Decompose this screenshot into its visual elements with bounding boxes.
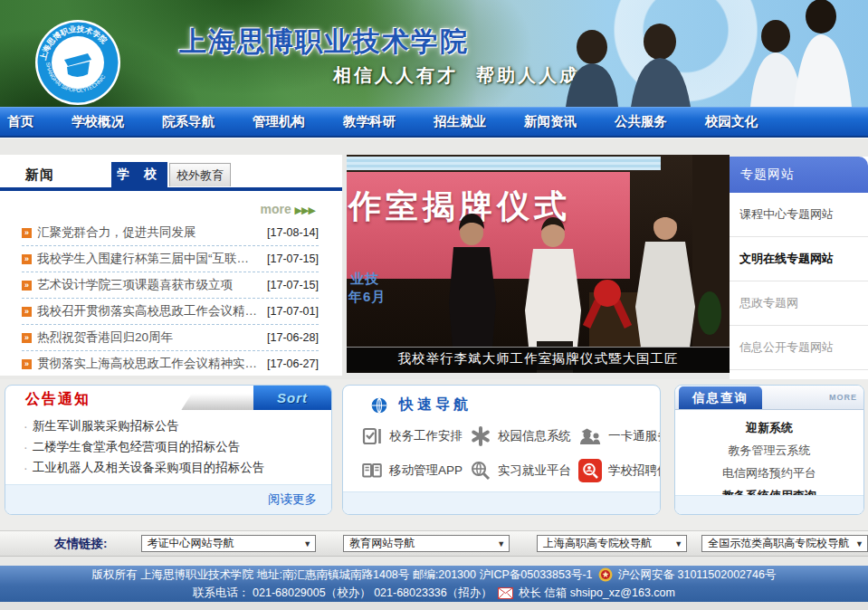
quicknav-campus-info-system[interactable]: 校园信息系统 — [470, 425, 578, 447]
page-title: 上海思博职业技术学院 — [179, 24, 469, 61]
friend-links-select-cert-centers[interactable]: 考证中心网站导航 ▼ — [141, 535, 317, 552]
tab-school-news[interactable]: 学 校 — [111, 162, 167, 187]
arrow-bullet-icon: » — [22, 307, 32, 317]
school-logo[interactable]: 上海思博职业技术学院 SHANGHAI SIPOPOLYTECHNIC — [34, 19, 121, 106]
news-list-item[interactable]: » 我校学生入围建行杯第三届中国“互联… [17-07-15] — [22, 246, 319, 272]
header-banner: 上海思博职业技术学院 SHANGHAI SIPOPOLYTECHNIC 上海思博… — [0, 0, 868, 107]
sidebar-item-ideology[interactable]: 思政专题网 — [730, 281, 868, 326]
sidebar-item-info-disclosure[interactable]: 信息公开专题网站 — [730, 326, 868, 370]
dropdown-arrow-icon: ▼ — [497, 539, 505, 548]
announcement-item[interactable]: · 工业机器人及相关设备采购项目的招标公告 — [24, 457, 331, 478]
news-section-label: 新闻 — [25, 167, 54, 184]
special-sites-sidebar: 专题网站 课程中心专题网站 文明在线专题网站 思政专题网 信息公开专题网站 — [730, 157, 868, 379]
nav-item-departments[interactable]: 院系导航 — [143, 113, 234, 130]
announcement-item[interactable]: · 新生军训服装采购招标公告 — [24, 415, 331, 436]
internship-globe-icon — [470, 460, 491, 481]
quick-nav-title: 快速导航 — [399, 396, 472, 415]
dropdown-arrow-icon: ▼ — [674, 539, 682, 548]
quicknav-onecard-service[interactable]: 一卡通服务 — [578, 425, 661, 447]
nav-item-administration[interactable]: 管理机构 — [234, 113, 324, 130]
globe-icon — [370, 396, 388, 415]
dropdown-arrow-icon: ▼ — [303, 539, 311, 548]
police-badge-icon — [598, 567, 613, 582]
friend-links-select-national-colleges[interactable]: 全国示范类高职高专院校导航 ▼ — [701, 535, 868, 552]
tab-offcampus-education[interactable]: 校外教育 — [169, 163, 231, 186]
copyright-text: 版权所有 上海思博职业技术学院 地址:南汇惠南镇城南路1408号 邮编:2013… — [92, 567, 593, 583]
sidebar-item-course-center[interactable]: 课程中心专题网站 — [730, 193, 868, 237]
friend-links-select-education-sites[interactable]: 教育网站导航 ▼ — [343, 535, 510, 552]
pre-footer-strip — [0, 557, 868, 566]
infoquery-academic-cloud[interactable]: 教务管理云系统 — [675, 439, 863, 462]
news-list-item[interactable]: » 我校召开贯彻落实高校思政工作会议精… [17-07-01] — [22, 299, 319, 325]
nav-item-teaching-research[interactable]: 教学科研 — [324, 113, 415, 130]
quicknav-internship-platform[interactable]: 实习就业平台 — [470, 459, 578, 482]
arrow-bullet-icon: » — [22, 281, 32, 291]
president-mailbox-text: 校长 信箱 shsipo_xz@163.com — [519, 586, 675, 601]
quick-nav-box: 快速导航 校务工作安排 校园信息系统 — [342, 385, 661, 515]
dot-bullet-icon: · — [24, 463, 28, 472]
students-photo-decoration — [488, 0, 868, 107]
onecard-people-icon — [578, 425, 602, 447]
read-more-link[interactable]: 阅读更多 — [268, 491, 317, 508]
ceremony-people-decoration — [347, 155, 730, 373]
photo-caption: 我校举行李斌大师工作室揭牌仪式暨大国工匠 — [347, 347, 730, 370]
sort-button[interactable]: Sort — [186, 386, 331, 410]
news-more-link[interactable]: more ▶▶▶ — [0, 191, 342, 220]
main-navigation: 首页 学校概况 院系导航 管理机构 教学科研 招生就业 新闻资讯 公共服务 校园… — [0, 107, 868, 138]
news-list-item[interactable]: » 艺术设计学院三项课题喜获市级立项 [17-07-15] — [22, 272, 319, 299]
nav-item-school-overview[interactable]: 学校概况 — [52, 113, 143, 130]
news-list-item[interactable]: » 热烈祝贺香港回归20周年 [17-06-28] — [22, 325, 319, 351]
middle-row: 公告通知 Sort · 新生军训服装采购招标公告 · 二楼学生食堂承包经营项目的… — [0, 379, 868, 530]
arrow-bullet-icon: » — [22, 333, 32, 343]
sidebar-item-civilization-online[interactable]: 文明在线专题网站 — [730, 237, 868, 281]
featured-news-photo[interactable]: 作室揭牌仪式 业技 年6月 我校举行李斌大师工作室揭牌仪式暨大国工匠 — [347, 155, 730, 373]
quicknav-school-work[interactable]: 校务工作安排 — [361, 425, 470, 447]
special-sites-header: 专题网站 — [730, 157, 868, 193]
nav-item-news[interactable]: 新闻资讯 — [505, 113, 596, 130]
recruitment-icon — [578, 459, 602, 482]
quicknav-mobile-app[interactable]: 移动管理APP — [361, 459, 470, 482]
announcements-title: 公告通知 — [25, 390, 91, 409]
info-query-footer-strip — [675, 495, 863, 514]
dot-bullet-icon: · — [24, 443, 28, 452]
info-query-tab[interactable]: 信息查询 — [679, 386, 762, 409]
contact-phone-text: 联系电话： 021-68029005（校办） 021-68023336（招办） — [193, 586, 492, 601]
announcements-box: 公告通知 Sort · 新生军训服装采购招标公告 · 二楼学生食堂承包经营项目的… — [5, 385, 332, 515]
nav-item-admissions[interactable]: 招生就业 — [415, 113, 505, 130]
info-query-more-link[interactable]: MORE — [829, 393, 857, 402]
friend-links-bar: 友情链接: 考证中心网站导航 ▼ 教育网站导航 ▼ 上海高职高专院校导航 ▼ 全… — [0, 530, 868, 557]
dot-bullet-icon: · — [24, 422, 28, 431]
nav-item-home[interactable]: 首页 — [7, 113, 52, 130]
info-query-box: 信息查询 MORE 迎新系统 教务管理云系统 电信网络预约平台 教务系统使用查询 — [674, 385, 864, 515]
friend-links-select-shanghai-colleges[interactable]: 上海高职高专院校导航 ▼ — [537, 535, 687, 552]
arrow-bullet-icon: » — [22, 254, 32, 264]
quick-nav-footer-strip — [343, 491, 660, 514]
nav-item-public-service[interactable]: 公共服务 — [596, 113, 686, 130]
announcement-item[interactable]: · 二楼学生食堂承包经营项目的招标公告 — [24, 436, 331, 457]
divider-strip — [0, 138, 868, 155]
news-panel: 新闻 学 校 校外教育 more ▶▶▶ » 汇聚党群合力，促进共同发展 [17… — [0, 155, 342, 376]
main-content-row: 新闻 学 校 校外教育 more ▶▶▶ » 汇聚党群合力，促进共同发展 [17… — [0, 155, 868, 379]
friend-links-label: 友情链接: — [54, 536, 108, 552]
footer: 版权所有 上海思博职业技术学院 地址:南汇惠南镇城南路1408号 邮编:2013… — [0, 566, 868, 602]
nav-item-campus-culture[interactable]: 校园文化 — [686, 113, 777, 130]
news-list-item[interactable]: » 贯彻落实上海高校思政工作会议精神实… [17-06-27] — [22, 351, 319, 376]
arrow-bullet-icon: » — [22, 228, 32, 238]
asterisk-icon — [470, 425, 491, 447]
more-arrows-icon: ▶▶▶ — [295, 205, 315, 215]
quicknav-recruitment-info[interactable]: 学校招聘信息 — [578, 459, 661, 482]
mobile-app-book-icon — [361, 460, 383, 481]
checklist-icon — [361, 425, 383, 447]
infoquery-welcome-system[interactable]: 迎新系统 — [675, 416, 863, 439]
dropdown-arrow-icon: ▼ — [855, 539, 863, 548]
slogan-part1: 相信人人有才 — [333, 63, 458, 88]
security-record-text: 沪公网安备 31011502002746号 — [618, 567, 777, 583]
news-list-item[interactable]: » 汇聚党群合力，促进共同发展 [17-08-14] — [22, 220, 319, 246]
infoquery-telecom-reservation[interactable]: 电信网络预约平台 — [675, 462, 863, 484]
arrow-bullet-icon: » — [22, 359, 32, 369]
mail-icon — [498, 587, 513, 599]
school-logo-icon: 上海思博职业技术学院 SHANGHAI SIPOPOLYTECHNIC — [34, 19, 121, 106]
bottom-strip — [0, 602, 868, 610]
